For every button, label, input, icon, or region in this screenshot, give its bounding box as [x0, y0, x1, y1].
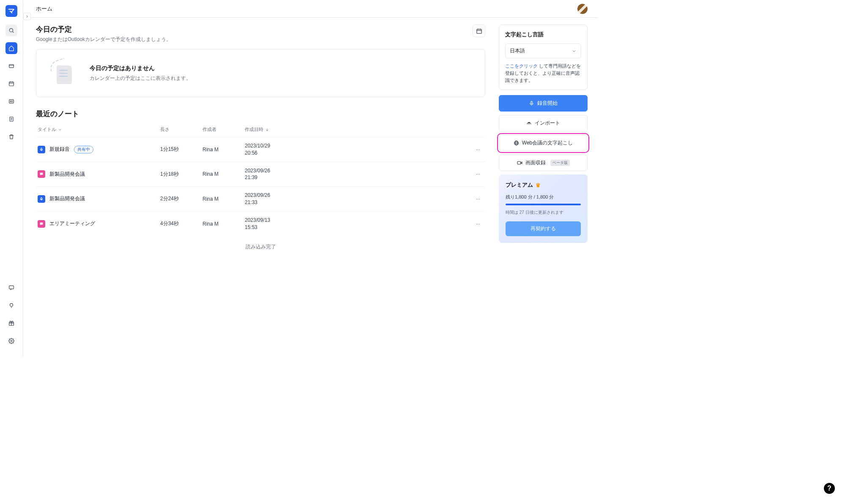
notes-icon[interactable]: [5, 113, 17, 125]
svg-rect-23: [41, 148, 42, 150]
note-title: 新製品開発会議: [49, 195, 85, 202]
topbar: ホーム: [23, 0, 598, 18]
chat-icon: [38, 220, 45, 228]
mic-icon: [38, 146, 45, 153]
note-length: 2分24秒: [160, 195, 202, 202]
premium-note: 時間は 27 日後に更新されます: [506, 210, 581, 215]
col-header-date[interactable]: 作成日時: [245, 126, 295, 133]
video-icon: [517, 160, 522, 166]
import-button[interactable]: インポート: [499, 115, 588, 131]
gear-icon[interactable]: [5, 335, 17, 347]
load-complete: 読み込み完了: [36, 236, 485, 258]
arrow-down-icon: [265, 128, 269, 132]
shared-icon[interactable]: [5, 95, 17, 107]
more-button[interactable]: ···: [295, 196, 484, 202]
premium-title: プレミアム ♛: [506, 181, 581, 189]
premium-minutes: 残り1,800 分 / 1,800 分: [506, 194, 581, 200]
empty-subtitle: カレンダー上の予定はここに表示されます。: [90, 75, 191, 82]
today-subtitle: GoogleまたはOutlookカレンダーで予定を作成しましょう。: [36, 36, 171, 43]
calendar-button[interactable]: [473, 25, 485, 37]
chevron-down-icon: [58, 128, 62, 132]
note-author: Rina M: [202, 147, 245, 153]
more-button[interactable]: ···: [295, 147, 484, 153]
svg-rect-2: [9, 65, 14, 68]
svg-point-0: [9, 28, 13, 32]
note-title: エリアミーティング: [49, 220, 95, 227]
recent-notes-title: 最近のノート: [36, 109, 485, 119]
note-date: 2023/10/2920:56: [245, 142, 295, 157]
empty-title: 今日の予定はありません: [90, 65, 191, 72]
note-length: 1分18秒: [160, 171, 202, 178]
empty-illustration: [49, 60, 79, 86]
mic-icon: [38, 195, 45, 203]
note-length: 1分15秒: [160, 146, 202, 153]
premium-panel: プレミアム ♛ 残り1,800 分 / 1,800 分 時間は 27 日後に更新…: [499, 174, 588, 243]
globe-icon: [514, 140, 519, 146]
record-button[interactable]: 録音開始: [499, 95, 588, 112]
chevron-down-icon: [572, 49, 577, 54]
shared-badge: 共有中: [74, 146, 93, 153]
note-date: 2023/09/2621:33: [245, 192, 295, 206]
gift-icon[interactable]: [5, 317, 17, 329]
note-author: Rina M: [202, 171, 245, 177]
trash-icon[interactable]: [5, 131, 17, 143]
renew-button[interactable]: 再契約する: [506, 221, 581, 236]
more-button[interactable]: ···: [295, 221, 484, 227]
svg-line-1: [13, 32, 14, 33]
language-panel-title: 文字起こし言語: [505, 31, 581, 38]
note-date: 2023/09/1315:53: [245, 217, 295, 231]
svg-rect-13: [9, 286, 14, 289]
chat-icon: [38, 170, 45, 178]
more-button[interactable]: ···: [295, 171, 484, 177]
crown-icon: ♛: [536, 182, 541, 188]
note-title: 新製品開発会議: [49, 171, 85, 178]
col-header-author[interactable]: 作成者: [202, 126, 245, 133]
page-title: ホーム: [36, 5, 52, 13]
app-logo[interactable]: マ: [5, 5, 17, 17]
note-author: Rina M: [202, 196, 245, 202]
table-header: タイトル 長さ 作成者 作成日時: [36, 126, 485, 137]
svg-point-14: [10, 303, 13, 306]
svg-point-8: [10, 101, 11, 102]
home-icon[interactable]: [5, 42, 17, 54]
today-empty-card: 今日の予定はありません カレンダー上の予定はここに表示されます。: [36, 49, 485, 97]
today-title: 今日の予定: [36, 25, 171, 34]
screen-record-button[interactable]: 画面収録 ベータ版: [499, 155, 588, 171]
table-row[interactable]: 新製品開発会議1分18秒Rina M2023/09/2621:39···: [36, 162, 485, 187]
search-icon[interactable]: [5, 25, 17, 36]
premium-progress: [506, 204, 581, 205]
language-panel: 文字起こし言語 日本語 ここをクリック して専門用語などを登録しておくと、より正…: [499, 25, 588, 90]
note-date: 2023/09/2621:39: [245, 167, 295, 182]
svg-rect-18: [476, 29, 481, 33]
svg-rect-3: [9, 82, 14, 86]
avatar[interactable]: [577, 4, 588, 14]
svg-rect-24: [41, 197, 42, 199]
table-row[interactable]: 新製品開発会議2分24秒Rina M2023/09/2621:33···: [36, 186, 485, 211]
sidebar: マ: [0, 0, 23, 357]
beta-badge: ベータ版: [550, 160, 570, 166]
web-meeting-button[interactable]: Web会議の文字起こし: [499, 135, 588, 151]
table-row[interactable]: エリアミーティング4分34秒Rina M2023/09/1315:53···: [36, 211, 485, 236]
svg-rect-25: [531, 101, 532, 104]
expand-sidebar-button[interactable]: [23, 13, 31, 20]
language-hint: ここをクリック して専門用語などを登録しておくと、より正確に音声認識できます。: [505, 63, 581, 84]
col-header-title[interactable]: タイトル: [38, 126, 160, 133]
tips-icon[interactable]: [5, 300, 17, 311]
vocab-link[interactable]: ここをクリック: [505, 63, 538, 68]
svg-point-17: [11, 340, 12, 342]
folder-icon[interactable]: [5, 60, 17, 72]
feedback-icon[interactable]: [5, 282, 17, 294]
note-title: 新規録音: [49, 146, 70, 153]
note-author: Rina M: [202, 221, 245, 227]
mic-icon: [529, 101, 534, 106]
language-select[interactable]: 日本語: [505, 44, 581, 58]
table-row[interactable]: 新規録音共有中1分15秒Rina M2023/10/2920:56···: [36, 137, 485, 162]
col-header-length[interactable]: 長さ: [160, 126, 202, 133]
calendar-icon[interactable]: [5, 78, 17, 90]
note-length: 4分34秒: [160, 220, 202, 227]
svg-rect-30: [517, 162, 521, 165]
upload-icon: [526, 120, 532, 126]
